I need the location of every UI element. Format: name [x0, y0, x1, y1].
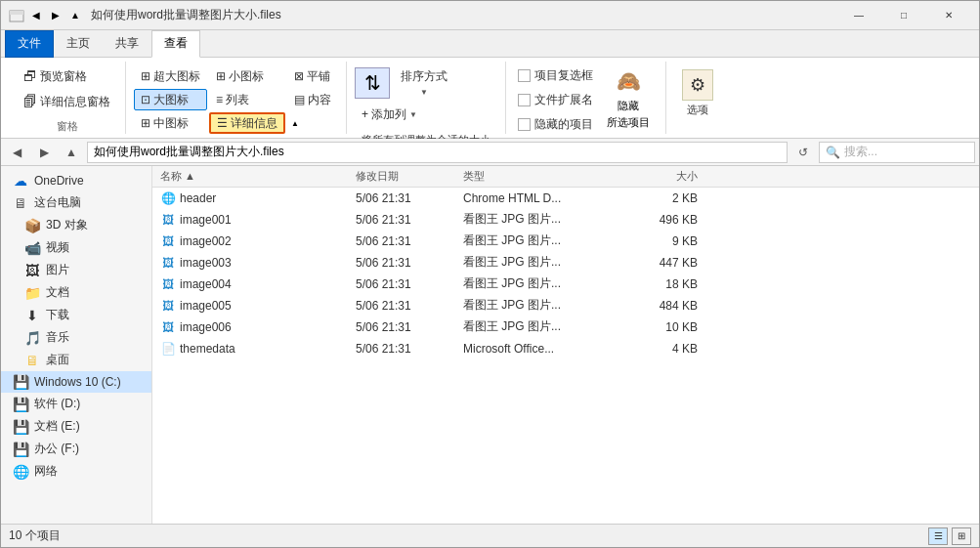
options-group-label [674, 130, 721, 134]
tab-file[interactable]: 文件 [5, 30, 54, 58]
file-name: image006 [180, 320, 356, 334]
sidebar-item-f-drive[interactable]: 💾 办公 (F:) [1, 438, 151, 460]
docs-icon: 📁 [24, 285, 40, 301]
sidebar-item-onedrive[interactable]: ☁ OneDrive [1, 170, 151, 191]
ribbon-content: 🗗 预览窗格 🗐 详细信息窗格 窗格 ⊞ 超大图标 ⊡ [1, 58, 979, 138]
nav-up[interactable]: ▲ [60, 141, 83, 164]
onedrive-icon: ☁ [13, 173, 28, 189]
network-icon: 🌐 [13, 464, 28, 480]
file-date: 5/06 21:31 [356, 213, 463, 227]
video-icon: 📹 [24, 240, 40, 256]
item-count: 10 个项目 [9, 527, 61, 544]
sidebar-item-e-drive[interactable]: 💾 文档 (E:) [1, 415, 151, 438]
tab-home[interactable]: 主页 [54, 30, 103, 58]
sidebar-item-pictures[interactable]: 🖼 图片 [1, 259, 151, 281]
ribbon-group-options: ⚙ 选项 [666, 62, 729, 134]
btn-file-ext[interactable]: 文件扩展名 [514, 90, 597, 110]
btn-options[interactable]: ⚙ 选项 [674, 65, 721, 121]
forward-icon[interactable]: ▶ [48, 8, 64, 23]
sidebar-item-video[interactable]: 📹 视频 [1, 236, 151, 259]
btn-sort[interactable]: 排序方式 ▼ [394, 65, 454, 100]
sidebar-item-this-pc[interactable]: 🖥 这台电脑 [1, 191, 151, 214]
file-row[interactable]: 🖼 image005 5/06 21:31 看图王 JPG 图片... 484 … [152, 295, 979, 316]
btn-large-icon[interactable]: ⊡ 大图标 [134, 89, 207, 110]
file-list: 名称 ▲ 修改日期 类型 大小 🌐 header 5/06 21:31 Chro… [152, 166, 979, 524]
search-box[interactable]: 🔍 搜索... [819, 142, 975, 163]
sort-row: ⇅ 排序方式 ▼ [355, 65, 454, 100]
sidebar-item-network[interactable]: 🌐 网络 [1, 460, 151, 483]
address-path[interactable]: 如何使用word批量调整图片大小.files [87, 142, 788, 163]
file-row[interactable]: 🖼 image004 5/06 21:31 看图王 JPG 图片... 18 K… [152, 274, 979, 295]
file-type: 看图王 JPG 图片... [463, 211, 619, 228]
sidebar-item-d-drive[interactable]: 💾 软件 (D:) [1, 393, 151, 415]
btn-item-checkbox[interactable]: 项目复选框 [514, 65, 597, 86]
file-type: 看图王 JPG 图片... [463, 232, 619, 249]
f-drive-icon: 💾 [13, 442, 28, 457]
checkbox-ext [518, 94, 531, 106]
icons-view-btn[interactable]: ⊞ [952, 527, 971, 545]
close-button[interactable]: ✕ [926, 1, 971, 30]
file-type: 看图王 JPG 图片... [463, 254, 619, 271]
header-name[interactable]: 名称 ▲ [160, 169, 356, 184]
sidebar-item-music[interactable]: 🎵 音乐 [1, 326, 151, 349]
sidebar-item-docs[interactable]: 📁 文档 [1, 281, 151, 304]
file-type: 看图王 JPG 图片... [463, 275, 619, 292]
sidebar-item-desktop[interactable]: 🖥 桌面 [1, 349, 151, 371]
file-row[interactable]: 🖼 image006 5/06 21:31 看图王 JPG 图片... 10 K… [152, 316, 979, 338]
sidebar-item-c-drive[interactable]: 💾 Windows 10 (C:) [1, 371, 151, 393]
file-name: image003 [180, 256, 356, 270]
file-size: 2 KB [619, 191, 698, 205]
btn-add-col[interactable]: + 添加列 ▼ [355, 104, 424, 125]
minimize-button[interactable]: — [836, 1, 881, 30]
maximize-button[interactable]: □ [881, 1, 926, 30]
header-size[interactable]: 大小 [619, 169, 698, 184]
btn-details[interactable]: ☰ 详细信息 [209, 112, 285, 134]
btn-extra-large-icon[interactable]: ⊞ 超大图标 [134, 65, 207, 87]
file-icon-office: 📄 [160, 341, 176, 357]
nav-forward[interactable]: ▶ [32, 141, 56, 164]
header-type[interactable]: 类型 [463, 169, 619, 184]
hide-icon: 🙈 [613, 65, 644, 97]
options-icon: ⚙ [682, 69, 713, 101]
file-name: image001 [180, 213, 356, 227]
tab-view[interactable]: 查看 [151, 30, 200, 58]
main-area: ☁ OneDrive 🖥 这台电脑 📦 3D 对象 📹 视频 🖼 图片 📁 文档… [1, 166, 979, 524]
btn-medium-icon[interactable]: ⊞ 中图标 [134, 112, 207, 134]
btn-hide[interactable]: 🙈 隐藏 所选项目 [599, 65, 658, 130]
file-row[interactable]: 🖼 image003 5/06 21:31 看图王 JPG 图片... 447 … [152, 252, 979, 274]
search-placeholder: 搜索... [844, 144, 877, 160]
up-icon[interactable]: ▲ [67, 8, 83, 23]
sidebar-item-downloads[interactable]: ⬇ 下载 [1, 304, 151, 326]
btn-tile[interactable]: ⊠ 平铺 [287, 65, 338, 87]
file-icon-jpg: 🖼 [160, 276, 176, 292]
refresh-btn[interactable]: ↺ [791, 141, 815, 164]
back-icon[interactable]: ◀ [28, 8, 44, 23]
3d-icon: 📦 [24, 218, 40, 233]
sidebar-item-3d[interactable]: 📦 3D 对象 [1, 214, 151, 236]
btn-preview-pane[interactable]: 🗗 预览窗格 [17, 65, 94, 87]
file-row[interactable]: 📄 themedata 5/06 21:31 Microsoft Office.… [152, 338, 979, 359]
btn-detail-pane[interactable]: 🗐 详细信息窗格 [17, 91, 117, 112]
file-date: 5/06 21:31 [356, 342, 463, 356]
sort-icon[interactable]: ⇅ [355, 67, 390, 99]
file-icon-jpg: 🖼 [160, 298, 176, 314]
details-view-btn[interactable]: ☰ [928, 527, 948, 545]
file-icon-jpg: 🖼 [160, 212, 176, 228]
btn-content[interactable]: ▤ 内容 [287, 89, 338, 110]
header-date[interactable]: 修改日期 [356, 169, 463, 184]
file-type: 看图王 JPG 图片... [463, 297, 619, 314]
tab-share[interactable]: 共享 [103, 30, 151, 58]
ribbon-group-pane: 🗗 预览窗格 🗐 详细信息窗格 窗格 [9, 62, 126, 134]
view-toggle: ☰ ⊞ [928, 527, 971, 545]
file-row[interactable]: 🖼 image001 5/06 21:31 看图王 JPG 图片... 496 … [152, 209, 979, 231]
nav-back[interactable]: ◀ [5, 141, 28, 164]
btn-list[interactable]: ≡ 列表 [209, 89, 285, 110]
file-type: Microsoft Office... [463, 342, 619, 356]
ribbon-group-show-hide: 项目复选框 文件扩展名 隐藏的项目 🙈 隐藏 所选项目 [506, 62, 666, 134]
btn-small-icon[interactable]: ⊞ 小图标 [209, 65, 285, 87]
title-bar: ◀ ▶ ▲ 如何使用word批量调整图片大小.files — □ ✕ [1, 1, 979, 30]
file-row[interactable]: 🌐 header 5/06 21:31 Chrome HTML D... 2 K… [152, 188, 979, 209]
ribbon-group-layout: ⊞ 超大图标 ⊡ 大图标 ⊞ 中图标 ⊞ 小图标 [126, 62, 347, 134]
btn-hidden-items[interactable]: 隐藏的项目 [514, 114, 597, 135]
file-row[interactable]: 🖼 image002 5/06 21:31 看图王 JPG 图片... 9 KB [152, 231, 979, 252]
